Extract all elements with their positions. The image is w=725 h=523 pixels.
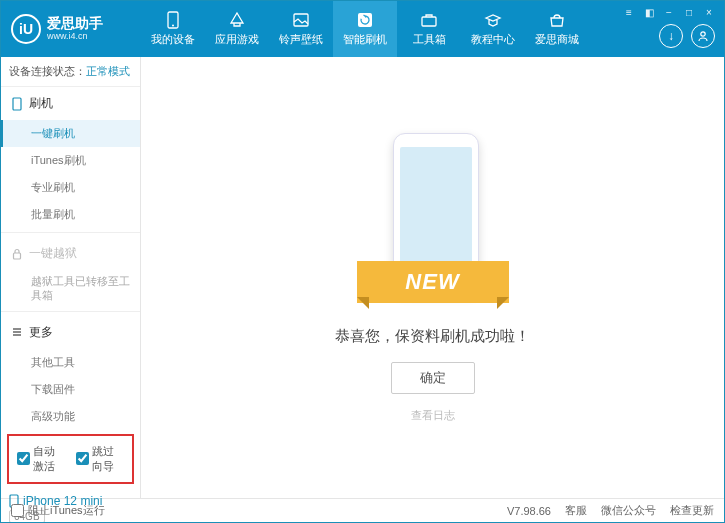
check-update-link[interactable]: 检查更新 <box>670 503 714 518</box>
maximize-icon[interactable]: □ <box>682 5 696 19</box>
auto-activate-checkbox[interactable]: 自动激活 <box>17 444 66 474</box>
sidebar-group-flash[interactable]: 刷机 <box>1 87 140 120</box>
sidebar-item-itunes-flash[interactable]: iTunes刷机 <box>1 147 140 174</box>
store-icon <box>548 11 566 29</box>
options-highlight-box: 自动激活 跳过向导 <box>7 434 134 484</box>
nav-store[interactable]: 爱思商城 <box>525 1 589 57</box>
toolbox-icon <box>420 11 438 29</box>
svg-rect-4 <box>422 17 436 26</box>
app-title: 爱思助手 <box>47 16 103 31</box>
sidebar-item-advanced[interactable]: 高级功能 <box>1 403 140 430</box>
main-nav: 我的设备 应用游戏 铃声壁纸 智能刷机 工具箱 教程中心 爱思商城 <box>141 1 622 57</box>
nav-tutorials[interactable]: 教程中心 <box>461 1 525 57</box>
new-ribbon: NEW <box>357 261 509 303</box>
list-icon <box>11 326 23 338</box>
success-illustration: NEW <box>363 133 503 313</box>
wallpaper-icon <box>292 11 310 29</box>
view-log-link[interactable]: 查看日志 <box>411 408 455 423</box>
ok-button[interactable]: 确定 <box>391 362 475 394</box>
skin-icon[interactable]: ◧ <box>642 5 656 19</box>
app-header: iU 爱思助手 www.i4.cn 我的设备 应用游戏 铃声壁纸 智能刷机 工具… <box>1 1 724 57</box>
nav-my-device[interactable]: 我的设备 <box>141 1 205 57</box>
sidebar-item-other-tools[interactable]: 其他工具 <box>1 349 140 376</box>
nav-apps-games[interactable]: 应用游戏 <box>205 1 269 57</box>
sidebar: 设备连接状态：正常模式 刷机 一键刷机 iTunes刷机 专业刷机 批量刷机 一… <box>1 57 141 498</box>
svg-rect-7 <box>14 253 21 259</box>
version-label: V7.98.66 <box>507 505 551 517</box>
svg-rect-6 <box>13 98 21 110</box>
sidebar-group-jailbreak: 一键越狱 <box>1 237 140 270</box>
lock-icon <box>11 248 23 260</box>
logo-icon: iU <box>11 14 41 44</box>
sidebar-item-pro-flash[interactable]: 专业刷机 <box>1 174 140 201</box>
close-icon[interactable]: × <box>702 5 716 19</box>
nav-ringtone-wallpaper[interactable]: 铃声壁纸 <box>269 1 333 57</box>
sidebar-item-batch-flash[interactable]: 批量刷机 <box>1 201 140 228</box>
jailbreak-note: 越狱工具已转移至工具箱 <box>1 270 140 307</box>
success-message: 恭喜您，保资料刷机成功啦！ <box>335 327 530 346</box>
main-content: NEW 恭喜您，保资料刷机成功啦！ 确定 查看日志 <box>141 57 724 498</box>
user-button[interactable] <box>691 24 715 48</box>
refresh-icon <box>356 11 374 29</box>
customer-service-link[interactable]: 客服 <box>565 503 587 518</box>
apps-icon <box>228 11 246 29</box>
nav-toolbox[interactable]: 工具箱 <box>397 1 461 57</box>
svg-point-1 <box>172 25 174 27</box>
download-button[interactable]: ↓ <box>659 24 683 48</box>
sidebar-group-more[interactable]: 更多 <box>1 316 140 349</box>
menu-icon[interactable]: ≡ <box>622 5 636 19</box>
block-itunes-checkbox[interactable]: 阻止iTunes运行 <box>11 503 105 518</box>
sidebar-item-download-firmware[interactable]: 下载固件 <box>1 376 140 403</box>
phone-icon <box>164 11 182 29</box>
connection-status: 设备连接状态：正常模式 <box>1 57 140 87</box>
app-url: www.i4.cn <box>47 32 103 42</box>
minimize-icon[interactable]: − <box>662 5 676 19</box>
phone-icon <box>11 97 23 111</box>
skip-guide-checkbox[interactable]: 跳过向导 <box>76 444 125 474</box>
graduation-icon <box>484 11 502 29</box>
sidebar-item-oneclick-flash[interactable]: 一键刷机 <box>1 120 140 147</box>
svg-point-5 <box>701 32 705 36</box>
logo-area: iU 爱思助手 www.i4.cn <box>1 1 141 57</box>
nav-smart-flash[interactable]: 智能刷机 <box>333 1 397 57</box>
svg-rect-3 <box>358 13 372 27</box>
wechat-link[interactable]: 微信公众号 <box>601 503 656 518</box>
